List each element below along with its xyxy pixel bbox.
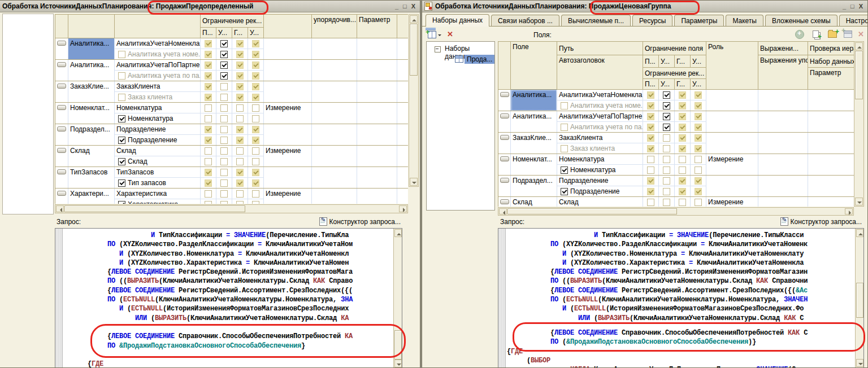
path-sub-cell[interactable]: Аналитика учета по па... xyxy=(557,122,643,133)
table-hscrollbar[interactable] xyxy=(55,204,408,213)
checkbox[interactable] xyxy=(695,124,702,131)
table-vscrollbar[interactable] xyxy=(854,41,864,207)
checkbox[interactable] xyxy=(220,115,228,122)
checkbox[interactable] xyxy=(695,113,702,120)
checkbox[interactable] xyxy=(236,126,244,133)
titlebar-right[interactable]: Обработка ИсточникиДанныхПланирования: П… xyxy=(422,1,867,12)
checkbox[interactable] xyxy=(236,169,244,176)
checkbox[interactable] xyxy=(205,83,212,90)
maximize-button[interactable]: □ xyxy=(850,3,854,10)
checkbox[interactable] xyxy=(220,83,228,90)
check-cell[interactable] xyxy=(201,81,216,92)
vscroll-thumb[interactable] xyxy=(856,283,863,318)
checkbox[interactable] xyxy=(647,124,654,131)
check-cell[interactable] xyxy=(643,122,659,133)
checkbox[interactable] xyxy=(205,115,212,122)
cell-order[interactable] xyxy=(312,38,357,60)
cell-expr[interactable] xyxy=(758,90,808,111)
cell-param[interactable] xyxy=(357,81,397,103)
close-button[interactable]: X xyxy=(411,3,415,10)
checkbox[interactable] xyxy=(220,190,228,198)
query-builder-link[interactable]: Конструктор запроса... xyxy=(319,217,401,226)
field-cell[interactable]: ЗаказКлие... xyxy=(511,133,557,154)
checkbox[interactable] xyxy=(236,94,244,101)
scroll-right-button[interactable] xyxy=(399,205,407,212)
path-cell[interactable]: Номенклатура xyxy=(115,103,201,113)
checkbox[interactable] xyxy=(205,62,212,69)
row-grip-icon[interactable] xyxy=(57,41,66,46)
checkbox[interactable] xyxy=(252,104,259,112)
checkbox[interactable] xyxy=(236,115,244,122)
path-cell[interactable]: АналитикаУчетаПоПартне... xyxy=(557,111,643,122)
check-cell[interactable] xyxy=(659,111,675,122)
checkbox[interactable] xyxy=(205,169,212,176)
checkbox[interactable] xyxy=(679,156,686,163)
row-grip-cell[interactable] xyxy=(55,81,68,103)
cell-pad[interactable] xyxy=(397,167,408,189)
check-cell[interactable] xyxy=(675,90,691,100)
cell-pad[interactable] xyxy=(397,38,408,60)
cell-role[interactable]: Измерение xyxy=(264,103,312,124)
checkbox[interactable] xyxy=(236,201,244,204)
row-grip-cell[interactable] xyxy=(55,38,68,60)
scroll-left-button[interactable] xyxy=(56,205,64,212)
check-cell[interactable] xyxy=(216,60,232,71)
checkbox[interactable] xyxy=(220,94,228,101)
check-cell[interactable] xyxy=(675,100,691,111)
check-cell[interactable] xyxy=(216,92,232,103)
checkbox[interactable] xyxy=(679,188,686,195)
titlebar-left[interactable]: Обработка ИсточникиДанныхПланирования: П… xyxy=(0,1,420,12)
path-cell[interactable]: Склад xyxy=(115,146,201,156)
checkbox[interactable] xyxy=(220,72,228,80)
header-check-p[interactable]: П... xyxy=(643,55,659,68)
table-vscrollbar[interactable] xyxy=(409,14,419,187)
check-cell[interactable] xyxy=(248,156,264,167)
checkbox[interactable] xyxy=(220,104,228,112)
checkbox[interactable] xyxy=(647,145,654,152)
check-cell[interactable] xyxy=(232,71,248,81)
checkbox[interactable] xyxy=(647,91,654,99)
checkbox[interactable] xyxy=(205,104,212,112)
check-cell[interactable] xyxy=(232,135,248,146)
check-cell[interactable] xyxy=(691,111,706,122)
cell-role[interactable] xyxy=(706,133,758,154)
check-cell[interactable] xyxy=(232,146,248,156)
cell-role[interactable] xyxy=(264,124,312,146)
checkbox[interactable] xyxy=(252,179,259,187)
checkbox[interactable] xyxy=(647,167,654,174)
row-grip-icon[interactable] xyxy=(57,148,66,153)
field-cell[interactable]: Аналитика... xyxy=(68,60,115,81)
check-cell[interactable] xyxy=(691,122,706,133)
collapse-icon[interactable] xyxy=(435,46,441,52)
header-check-u2[interactable]: У... xyxy=(691,79,706,90)
cell-param[interactable] xyxy=(357,167,397,189)
checkbox[interactable] xyxy=(679,113,686,120)
checkbox[interactable] xyxy=(647,199,654,206)
row-grip-cell[interactable] xyxy=(55,189,68,204)
scroll-up-button[interactable] xyxy=(855,42,863,50)
checkbox[interactable] xyxy=(252,137,259,144)
tab-4[interactable]: Ресурсы xyxy=(632,15,672,26)
checkbox[interactable] xyxy=(220,179,228,187)
checkbox[interactable] xyxy=(236,51,244,58)
header-check-p[interactable]: П... xyxy=(201,28,216,38)
check-cell[interactable] xyxy=(643,111,659,122)
field-cell[interactable]: Подраздел... xyxy=(68,124,115,146)
checkbox[interactable] xyxy=(252,72,259,80)
check-cell[interactable] xyxy=(643,197,659,207)
header-ordering[interactable]: упорядочив... xyxy=(312,15,357,38)
check-cell[interactable] xyxy=(691,197,706,207)
check-cell[interactable] xyxy=(643,176,659,186)
checkbox[interactable] xyxy=(695,91,702,99)
check-cell[interactable] xyxy=(691,154,706,165)
checkbox[interactable] xyxy=(252,115,259,122)
checkbox[interactable] xyxy=(252,158,259,165)
header-dataset[interactable]: Набор данных xyxy=(808,55,854,68)
checkbox[interactable] xyxy=(679,199,686,206)
check-cell[interactable] xyxy=(675,165,691,176)
header-role[interactable] xyxy=(264,15,312,38)
checkbox[interactable] xyxy=(663,156,670,163)
check-cell[interactable] xyxy=(201,135,216,146)
check-cell[interactable] xyxy=(201,103,216,113)
cell-pad[interactable] xyxy=(397,60,408,81)
